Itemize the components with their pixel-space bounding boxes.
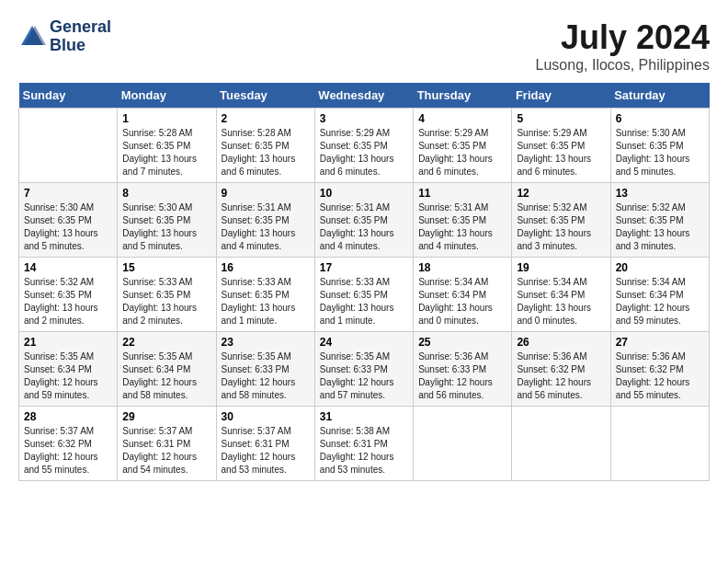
day-info: Sunrise: 5:30 AM Sunset: 6:35 PM Dayligh… [24,201,112,253]
day-info: Sunrise: 5:32 AM Sunset: 6:35 PM Dayligh… [24,276,112,327]
day-number: 5 [517,112,605,125]
day-info: Sunrise: 5:32 AM Sunset: 6:35 PM Dayligh… [517,201,605,253]
day-cell: 29Sunrise: 5:37 AM Sunset: 6:31 PM Dayli… [118,407,216,481]
day-number: 15 [122,261,210,274]
col-header-friday: Friday [512,83,610,109]
day-cell: 28Sunrise: 5:37 AM Sunset: 6:32 PM Dayli… [19,407,118,481]
day-number: 1 [122,112,210,125]
day-cell: 21Sunrise: 5:35 AM Sunset: 6:34 PM Dayli… [19,332,118,407]
day-cell: 23Sunrise: 5:35 AM Sunset: 6:33 PM Dayli… [216,332,314,407]
week-row-4: 21Sunrise: 5:35 AM Sunset: 6:34 PM Dayli… [19,332,710,407]
logo-text: General Blue [50,18,111,55]
day-info: Sunrise: 5:29 AM Sunset: 6:35 PM Dayligh… [320,127,408,178]
day-info: Sunrise: 5:31 AM Sunset: 6:35 PM Dayligh… [418,201,506,253]
day-number: 4 [418,112,506,125]
day-cell [610,407,709,481]
day-info: Sunrise: 5:37 AM Sunset: 6:32 PM Dayligh… [24,425,112,477]
day-number: 27 [616,336,704,349]
day-cell: 17Sunrise: 5:33 AM Sunset: 6:35 PM Dayli… [314,258,413,332]
day-info: Sunrise: 5:32 AM Sunset: 6:35 PM Dayligh… [616,201,704,253]
day-cell: 13Sunrise: 5:32 AM Sunset: 6:35 PM Dayli… [610,183,709,258]
day-number: 13 [616,187,704,200]
day-info: Sunrise: 5:35 AM Sunset: 6:34 PM Dayligh… [24,350,112,402]
day-info: Sunrise: 5:36 AM Sunset: 6:32 PM Dayligh… [616,350,704,402]
day-info: Sunrise: 5:31 AM Sunset: 6:35 PM Dayligh… [320,201,408,253]
day-info: Sunrise: 5:28 AM Sunset: 6:35 PM Dayligh… [122,127,210,178]
day-number: 19 [517,261,605,274]
week-row-3: 14Sunrise: 5:32 AM Sunset: 6:35 PM Dayli… [19,258,710,332]
col-header-tuesday: Tuesday [216,83,314,109]
day-number: 30 [222,410,310,423]
day-cell: 7Sunrise: 5:30 AM Sunset: 6:35 PM Daylig… [19,183,118,258]
day-cell: 10Sunrise: 5:31 AM Sunset: 6:35 PM Dayli… [314,183,413,258]
day-number: 16 [222,261,310,274]
day-cell: 22Sunrise: 5:35 AM Sunset: 6:34 PM Dayli… [118,332,216,407]
day-number: 26 [517,336,605,349]
title-block: July 2024 Lusong, Ilocos, Philippines [536,18,710,74]
day-info: Sunrise: 5:34 AM Sunset: 6:34 PM Dayligh… [616,276,704,327]
day-info: Sunrise: 5:38 AM Sunset: 6:31 PM Dayligh… [320,425,408,477]
day-cell: 3Sunrise: 5:29 AM Sunset: 6:35 PM Daylig… [314,109,413,183]
day-cell: 16Sunrise: 5:33 AM Sunset: 6:35 PM Dayli… [216,258,314,332]
day-cell: 19Sunrise: 5:34 AM Sunset: 6:34 PM Dayli… [512,258,610,332]
day-cell: 31Sunrise: 5:38 AM Sunset: 6:31 PM Dayli… [314,407,413,481]
day-cell: 25Sunrise: 5:36 AM Sunset: 6:33 PM Dayli… [414,332,512,407]
day-info: Sunrise: 5:29 AM Sunset: 6:35 PM Dayligh… [418,127,506,178]
day-number: 7 [24,187,112,200]
day-info: Sunrise: 5:37 AM Sunset: 6:31 PM Dayligh… [122,425,210,477]
day-info: Sunrise: 5:34 AM Sunset: 6:34 PM Dayligh… [517,276,605,327]
day-info: Sunrise: 5:30 AM Sunset: 6:35 PM Dayligh… [616,127,704,178]
day-info: Sunrise: 5:36 AM Sunset: 6:33 PM Dayligh… [418,350,506,402]
day-cell: 15Sunrise: 5:33 AM Sunset: 6:35 PM Dayli… [118,258,216,332]
day-info: Sunrise: 5:37 AM Sunset: 6:31 PM Dayligh… [222,425,310,477]
logo-icon [18,23,46,51]
day-number: 17 [320,261,408,274]
day-info: Sunrise: 5:33 AM Sunset: 6:35 PM Dayligh… [222,276,310,327]
day-number: 11 [418,187,506,200]
day-cell: 14Sunrise: 5:32 AM Sunset: 6:35 PM Dayli… [19,258,118,332]
day-info: Sunrise: 5:35 AM Sunset: 6:33 PM Dayligh… [222,350,310,402]
day-number: 18 [418,261,506,274]
week-row-1: 1Sunrise: 5:28 AM Sunset: 6:35 PM Daylig… [19,109,710,183]
day-cell [414,407,512,481]
col-header-thursday: Thursday [414,83,512,109]
day-cell: 6Sunrise: 5:30 AM Sunset: 6:35 PM Daylig… [610,109,709,183]
day-cell: 30Sunrise: 5:37 AM Sunset: 6:31 PM Dayli… [216,407,314,481]
day-cell: 4Sunrise: 5:29 AM Sunset: 6:35 PM Daylig… [414,109,512,183]
week-row-5: 28Sunrise: 5:37 AM Sunset: 6:32 PM Dayli… [19,407,710,481]
day-cell: 24Sunrise: 5:35 AM Sunset: 6:33 PM Dayli… [314,332,413,407]
day-cell: 27Sunrise: 5:36 AM Sunset: 6:32 PM Dayli… [610,332,709,407]
day-info: Sunrise: 5:33 AM Sunset: 6:35 PM Dayligh… [320,276,408,327]
day-info: Sunrise: 5:33 AM Sunset: 6:35 PM Dayligh… [122,276,210,327]
page-header: General Blue July 2024 Lusong, Ilocos, P… [18,18,710,74]
col-header-wednesday: Wednesday [314,83,413,109]
day-number: 14 [24,261,112,274]
day-info: Sunrise: 5:35 AM Sunset: 6:33 PM Dayligh… [320,350,408,402]
logo: General Blue [18,18,111,55]
day-number: 2 [222,112,310,125]
day-number: 21 [24,336,112,349]
day-number: 23 [222,336,310,349]
day-number: 8 [122,187,210,200]
day-cell [19,109,118,183]
day-number: 25 [418,336,506,349]
day-info: Sunrise: 5:36 AM Sunset: 6:32 PM Dayligh… [517,350,605,402]
day-number: 6 [616,112,704,125]
day-number: 24 [320,336,408,349]
col-header-sunday: Sunday [19,83,118,109]
calendar-table: SundayMondayTuesdayWednesdayThursdayFrid… [18,83,710,481]
day-info: Sunrise: 5:35 AM Sunset: 6:34 PM Dayligh… [122,350,210,402]
day-cell: 12Sunrise: 5:32 AM Sunset: 6:35 PM Dayli… [512,183,610,258]
col-header-saturday: Saturday [610,83,709,109]
day-cell: 9Sunrise: 5:31 AM Sunset: 6:35 PM Daylig… [216,183,314,258]
day-cell [512,407,610,481]
day-cell: 1Sunrise: 5:28 AM Sunset: 6:35 PM Daylig… [118,109,216,183]
day-number: 28 [24,410,112,423]
day-info: Sunrise: 5:30 AM Sunset: 6:35 PM Dayligh… [122,201,210,253]
month-title: July 2024 [536,18,710,57]
day-cell: 18Sunrise: 5:34 AM Sunset: 6:34 PM Dayli… [414,258,512,332]
day-cell: 5Sunrise: 5:29 AM Sunset: 6:35 PM Daylig… [512,109,610,183]
day-cell: 11Sunrise: 5:31 AM Sunset: 6:35 PM Dayli… [414,183,512,258]
location: Lusong, Ilocos, Philippines [536,57,710,74]
day-number: 31 [320,410,408,423]
